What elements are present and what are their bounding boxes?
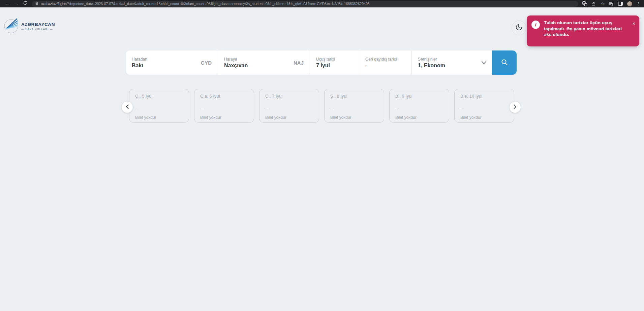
date-card-price: – [330, 107, 378, 112]
azal-wing-icon [3, 18, 19, 35]
back-icon[interactable]: ← [3, 0, 12, 7]
carousel-prev-button[interactable] [122, 102, 133, 113]
date-card[interactable]: C.a, 6 İyul – Bilet yoxdur [194, 89, 254, 123]
toast-message: Tələb olunan tarixlər üçün uçuş tapılmad… [544, 20, 622, 42]
url-path: /az/flights?departure_date=2023-07-07&ar… [52, 2, 369, 6]
departure-date-value: 7 İyul [316, 63, 353, 69]
date-card-day: Ş., 8 İyul [330, 94, 378, 99]
passengers-field[interactable]: Sərnişinlər 1, Ekonom [412, 50, 492, 75]
date-card-day: C.a, 6 İyul [200, 94, 248, 99]
flight-search-form: Haradan Bakı GYD Haraya Naxçıvan NAJ Uçu… [126, 50, 517, 75]
side-panel-icon[interactable] [618, 2, 623, 6]
date-card-day: C., 7 İyul [265, 94, 313, 99]
share-icon[interactable] [591, 2, 596, 6]
origin-airport-code: GYD [201, 60, 212, 66]
close-icon[interactable]: × [633, 21, 635, 42]
departure-date-label: Uçuş tarixi [316, 57, 353, 62]
date-card[interactable]: B., 9 İyul – Bilet yoxdur [389, 89, 449, 123]
info-icon: i [531, 21, 540, 29]
origin-value: Bakı [132, 63, 212, 69]
return-date-label: Geri qayıdış tarixi [365, 57, 405, 62]
date-card[interactable]: B.e, 10 İyul – Bilet yoxdur [454, 89, 514, 123]
address-bar[interactable]: azal.az/az/flights?departure_date=2023-0… [32, 1, 578, 7]
chevron-down-icon [481, 60, 487, 66]
moon-icon [515, 24, 523, 32]
browser-menu-icon[interactable]: ⋮ [637, 1, 641, 6]
date-card-price: – [200, 107, 248, 112]
logo-text: AZƏRBAYCAN — HAVA YOLLARI — [21, 22, 55, 31]
profile-avatar[interactable] [627, 1, 632, 6]
destination-value: Naxçıvan [224, 63, 304, 69]
date-card-price: – [135, 107, 183, 112]
date-card[interactable]: Ç., 5 İyul – Bilet yoxdur [129, 89, 189, 123]
return-date-value: - [365, 63, 405, 69]
origin-label: Haradan [132, 57, 212, 62]
browser-toolbar: ← → azal.az/az/flights?departure_date=20… [0, 0, 644, 7]
date-card-day: Ç., 5 İyul [135, 94, 183, 99]
dark-mode-toggle[interactable] [512, 21, 526, 35]
date-card-status: Bilet yoxdur [135, 115, 183, 120]
date-card-status: Bilet yoxdur [395, 115, 443, 120]
date-card-price: – [265, 107, 313, 112]
date-card-status: Bilet yoxdur [265, 115, 313, 120]
carousel-next-button[interactable] [510, 102, 521, 113]
date-card[interactable]: C., 7 İyul – Bilet yoxdur [259, 89, 319, 123]
search-icon [500, 58, 509, 67]
chevron-left-icon [126, 104, 129, 110]
date-card-price: – [395, 107, 443, 112]
translate-icon[interactable]: A [582, 1, 587, 6]
return-date-field[interactable]: Geri qayıdış tarixi - [359, 50, 412, 75]
url-text: azal.az/az/flights?departure_date=2023-0… [41, 2, 370, 6]
date-card[interactable]: Ş., 8 İyul – Bilet yoxdur [324, 89, 384, 123]
media-playlist-icon[interactable] [609, 2, 614, 6]
passengers-value: 1, Ekonom [418, 63, 486, 69]
date-card-price: – [460, 107, 508, 112]
chevron-right-icon [514, 104, 517, 110]
lock-icon [35, 1, 38, 7]
destination-label: Haraya [224, 57, 304, 62]
logo-line1: AZƏRBAYCAN [21, 22, 55, 27]
origin-field[interactable]: Haradan Bakı GYD [126, 50, 218, 75]
passengers-label: Sərnişinlər [418, 57, 486, 62]
flight-search-page: AZƏRBAYCAN — HAVA YOLLARI — i Tələb olun… [0, 7, 644, 311]
date-card-status: Bilet yoxdur [460, 115, 508, 120]
toast-notification: i Tələb olunan tarixlər üçün uçuş tapılm… [527, 15, 639, 46]
date-carousel: Ç., 5 İyul – Bilet yoxdur C.a, 6 İyul – … [129, 89, 514, 123]
azal-logo[interactable]: AZƏRBAYCAN — HAVA YOLLARI — [3, 18, 55, 35]
departure-date-field[interactable]: Uçuş tarixi 7 İyul [310, 50, 359, 75]
destination-airport-code: NAJ [294, 60, 304, 66]
url-host: azal.az [41, 2, 52, 6]
date-card-status: Bilet yoxdur [200, 115, 248, 120]
date-card-day: B.e, 10 İyul [460, 94, 508, 99]
date-card-day: B., 9 İyul [395, 94, 443, 99]
search-button[interactable] [492, 50, 517, 75]
logo-line2: — HAVA YOLLARI — [21, 28, 55, 31]
forward-icon[interactable]: → [12, 0, 21, 7]
reload-icon[interactable] [21, 0, 30, 7]
destination-field[interactable]: Haraya Naxçıvan NAJ [218, 50, 310, 75]
date-card-status: Bilet yoxdur [330, 115, 378, 120]
bookmark-star-icon[interactable]: ☆ [601, 1, 605, 6]
